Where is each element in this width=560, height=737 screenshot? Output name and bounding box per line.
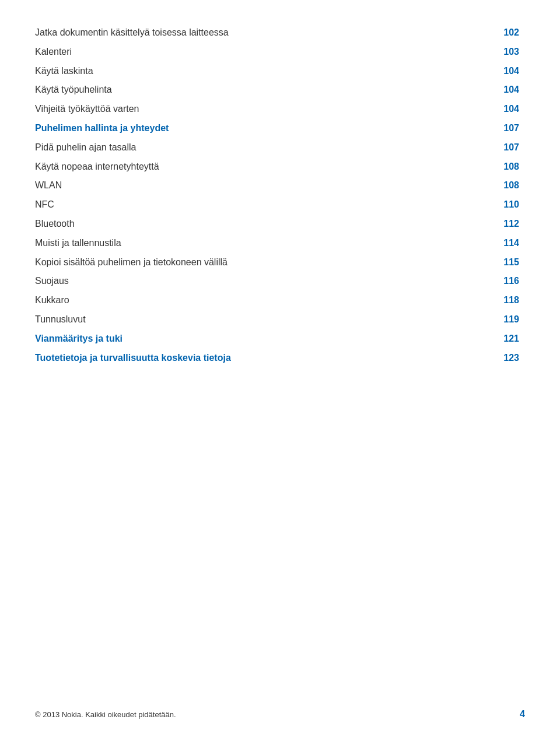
toc-row-pida-puhelin: Pidä puhelin ajan tasalla107 (35, 138, 525, 157)
toc-entry-label-kayta-tyopuhelinta: Käytä työpuhelinta (35, 85, 112, 94)
toc-entry-page-kayta-tyopuhelinta: 104 (402, 80, 525, 100)
toc-entry-page-muisti: 114 (402, 234, 525, 253)
toc-entry-page-kukkaro: 118 (402, 291, 525, 310)
toc-entry-text-kalenteri: Kalenteri (35, 43, 402, 62)
toc-entry-text-kayta-laskinta: Käytä laskinta (35, 62, 402, 81)
toc-entry-text-puhelimen-hallinta: Puhelimen hallinta ja yhteydet (35, 119, 402, 138)
toc-row-nfc: NFC110 (35, 195, 525, 215)
footer-copyright: © 2013 Nokia. Kaikki oikeudet pidätetään… (35, 710, 176, 719)
toc-entry-label-tuotetietoja: Tuotetietoja ja turvallisuutta koskevia … (35, 353, 231, 363)
toc-entry-label-kayta-laskinta: Käytä laskinta (35, 66, 93, 76)
toc-row-bluetooth: Bluetooth112 (35, 215, 525, 234)
toc-entry-label-kayta-nopeaa: Käytä nopeaa internetyhteyttä (35, 162, 159, 171)
toc-entry-page-tunnusluvut: 119 (402, 310, 525, 329)
toc-entry-page-tuotetietoja: 123 (402, 349, 525, 368)
toc-entry-label-jatka: Jatka dokumentin käsittelyä toisessa lai… (35, 27, 229, 37)
toc-page-number-jatka: 102 (503, 27, 519, 37)
toc-entry-text-kayta-tyopuhelinta: Käytä työpuhelinta (35, 80, 402, 100)
toc-entry-label-vianmaaritys: Vianmääritys ja tuki (35, 334, 123, 343)
toc-entry-page-vihjeit: 104 (402, 100, 525, 119)
toc-entry-page-nfc: 110 (402, 195, 525, 215)
toc-entry-text-kayta-nopeaa: Käytä nopeaa internetyhteyttä (35, 157, 402, 177)
toc-entry-text-kopioi: Kopioi sisältöä puhelimen ja tietokoneen… (35, 253, 402, 272)
toc-row-tunnusluvut: Tunnusluvut119 (35, 310, 525, 329)
toc-row-suojaus: Suojaus116 (35, 272, 525, 291)
toc-row-wlan: WLAN108 (35, 176, 525, 195)
toc-entry-page-jatka: 102 (402, 23, 525, 43)
toc-entry-text-suojaus: Suojaus (35, 272, 402, 291)
toc-entry-page-kayta-nopeaa: 108 (402, 157, 525, 177)
toc-entry-label-kukkaro: Kukkaro (35, 295, 69, 305)
toc-entry-label-suojaus: Suojaus (35, 276, 69, 286)
toc-row-puhelimen-hallinta: Puhelimen hallinta ja yhteydet107 (35, 119, 525, 138)
toc-page-number-muisti: 114 (503, 238, 519, 248)
toc-entry-page-kalenteri: 103 (402, 43, 525, 62)
footer-page-number: 4 (520, 709, 525, 720)
toc-entry-text-wlan: WLAN (35, 176, 402, 195)
toc-row-kukkaro: Kukkaro118 (35, 291, 525, 310)
toc-entry-label-puhelimen-hallinta: Puhelimen hallinta ja yhteydet (35, 123, 169, 133)
toc-entry-page-vianmaaritys: 121 (402, 329, 525, 349)
toc-entry-label-kopioi: Kopioi sisältöä puhelimen ja tietokoneen… (35, 257, 228, 267)
toc-page-number-kayta-tyopuhelinta: 104 (503, 85, 519, 94)
toc-row-vihjeit: Vihjeitä työkäyttöä varten104 (35, 100, 525, 119)
toc-page-number-kopioi: 115 (503, 257, 519, 267)
toc-entry-label-wlan: WLAN (35, 180, 62, 190)
toc-page-number-pida-puhelin: 107 (503, 142, 519, 152)
toc-page-number-puhelimen-hallinta: 107 (503, 123, 519, 133)
toc-page-number-wlan: 108 (503, 180, 519, 190)
toc-page-number-bluetooth: 112 (503, 219, 519, 229)
toc-page-number-kalenteri: 103 (503, 47, 519, 57)
toc-page-number-tunnusluvut: 119 (503, 314, 519, 324)
toc-entry-text-pida-puhelin: Pidä puhelin ajan tasalla (35, 138, 402, 157)
toc-entry-text-kukkaro: Kukkaro (35, 291, 402, 310)
toc-page-number-suojaus: 116 (503, 276, 519, 286)
toc-row-muisti: Muisti ja tallennustila114 (35, 234, 525, 253)
toc-entry-label-muisti: Muisti ja tallennustila (35, 238, 121, 248)
toc-entry-text-bluetooth: Bluetooth (35, 215, 402, 234)
toc-entry-page-wlan: 108 (402, 176, 525, 195)
toc-entry-page-kayta-laskinta: 104 (402, 62, 525, 81)
toc-page-number-vianmaaritys: 121 (503, 334, 519, 343)
toc-entry-label-kalenteri: Kalenteri (35, 47, 72, 57)
toc-page-number-kayta-nopeaa: 108 (503, 162, 519, 171)
toc-row-kayta-nopeaa: Käytä nopeaa internetyhteyttä108 (35, 157, 525, 177)
toc-entry-page-pida-puhelin: 107 (402, 138, 525, 157)
toc-entry-page-suojaus: 116 (402, 272, 525, 291)
toc-entry-text-vihjeit: Vihjeitä työkäyttöä varten (35, 100, 402, 119)
toc-entry-page-kopioi: 115 (402, 253, 525, 272)
toc-row-jatka: Jatka dokumentin käsittelyä toisessa lai… (35, 23, 525, 43)
toc-page-number-nfc: 110 (503, 199, 519, 209)
toc-row-kayta-laskinta: Käytä laskinta104 (35, 62, 525, 81)
toc-row-kalenteri: Kalenteri103 (35, 43, 525, 62)
toc-page-number-kayta-laskinta: 104 (503, 66, 519, 76)
toc-row-tuotetietoja: Tuotetietoja ja turvallisuutta koskevia … (35, 349, 525, 368)
toc-table: Jatka dokumentin käsittelyä toisessa lai… (35, 23, 525, 367)
toc-entry-text-tunnusluvut: Tunnusluvut (35, 310, 402, 329)
toc-entry-label-pida-puhelin: Pidä puhelin ajan tasalla (35, 142, 136, 152)
toc-entry-page-bluetooth: 112 (402, 215, 525, 234)
page-content: Jatka dokumentin käsittelyä toisessa lai… (0, 0, 560, 414)
toc-row-kopioi: Kopioi sisältöä puhelimen ja tietokoneen… (35, 253, 525, 272)
toc-entry-page-puhelimen-hallinta: 107 (402, 119, 525, 138)
toc-entry-text-muisti: Muisti ja tallennustila (35, 234, 402, 253)
footer: © 2013 Nokia. Kaikki oikeudet pidätetään… (0, 709, 560, 720)
toc-entry-label-bluetooth: Bluetooth (35, 219, 75, 229)
toc-row-vianmaaritys: Vianmääritys ja tuki121 (35, 329, 525, 349)
toc-page-number-vihjeit: 104 (503, 104, 519, 114)
toc-entry-label-tunnusluvut: Tunnusluvut (35, 314, 86, 324)
toc-page-number-tuotetietoja: 123 (503, 353, 519, 363)
toc-entry-label-vihjeit: Vihjeitä työkäyttöä varten (35, 104, 139, 114)
toc-entry-label-nfc: NFC (35, 199, 54, 209)
toc-entry-text-vianmaaritys: Vianmääritys ja tuki (35, 329, 402, 349)
toc-entry-text-tuotetietoja: Tuotetietoja ja turvallisuutta koskevia … (35, 349, 402, 368)
toc-entry-text-nfc: NFC (35, 195, 402, 215)
toc-page-number-kukkaro: 118 (503, 295, 519, 305)
toc-row-kayta-tyopuhelinta: Käytä työpuhelinta104 (35, 80, 525, 100)
toc-entry-text-jatka: Jatka dokumentin käsittelyä toisessa lai… (35, 23, 402, 43)
